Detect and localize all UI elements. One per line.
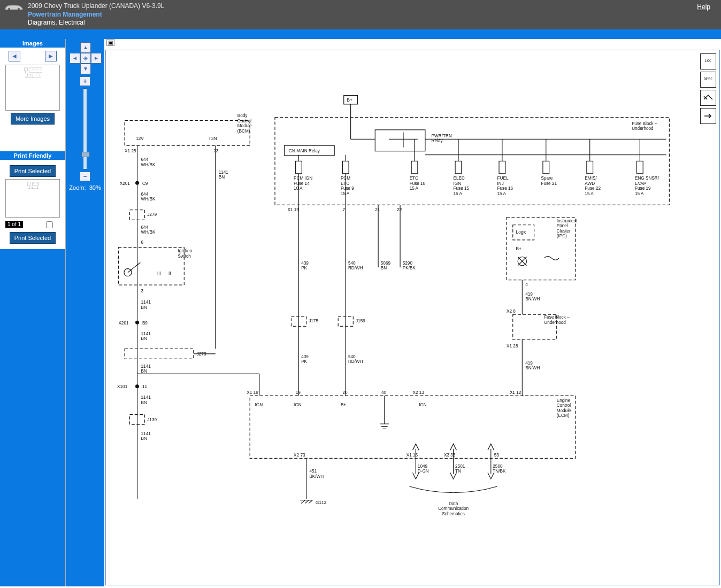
svg-text:X3  33: X3 33 <box>444 453 456 458</box>
sidebar: Images ◄ ► ┌──┐ ┌────────────┐ │ │ │ ── … <box>0 39 66 586</box>
svg-text:EngineControlModule(ECM): EngineControlModule(ECM) <box>557 398 571 418</box>
nav-diag-up-button[interactable] <box>700 90 716 106</box>
prev-image-button[interactable]: ◄ <box>9 51 20 61</box>
svg-text:6: 6 <box>141 240 144 245</box>
pan-left-button[interactable]: ◄ <box>70 53 80 64</box>
svg-text:7: 7 <box>342 207 345 212</box>
svg-text:1141BN: 1141BN <box>219 170 229 180</box>
pan-up-button[interactable]: ▲ <box>80 42 91 53</box>
svg-text:C9: C9 <box>142 181 148 186</box>
svg-rect-23 <box>411 161 418 173</box>
image-thumbnail-1[interactable]: ┌──┐ ┌────────────┐ │ │ │ ── ── ──│ └┬─┘… <box>5 65 60 111</box>
svg-text:X1  25: X1 25 <box>125 149 136 153</box>
pan-right-button[interactable]: ► <box>91 53 102 64</box>
pager-label: 1 of 1 <box>5 221 23 228</box>
svg-text:X201: X201 <box>118 321 129 326</box>
sidebar-flex-spacer <box>0 249 65 586</box>
vehicle-title: 2009 Chevy Truck Uplander (CANADA) V6-3.… <box>28 2 164 11</box>
svg-text:PCMETCFuse 915 A: PCMETCFuse 915 A <box>341 176 354 196</box>
print-thumbnail[interactable]: ┌──┐ ┌──────┐ │ │ │── ──│ └┬─┘ └─┬──┬─┘ … <box>5 179 60 218</box>
print-selected-button-bottom[interactable]: Print Selected <box>10 232 56 244</box>
svg-text:644WH/BK: 644WH/BK <box>141 157 156 167</box>
svg-text:5069BN: 5069BN <box>381 260 391 270</box>
svg-text:DataCommunicationSchematics: DataCommunicationSchematics <box>438 501 469 516</box>
svg-text:X101: X101 <box>117 384 128 389</box>
svg-text:B9: B9 <box>142 321 148 326</box>
svg-text:X1  12: X1 12 <box>510 390 521 395</box>
svg-text:1049D-GN: 1049D-GN <box>418 464 429 474</box>
svg-text:540RD/WH: 540RD/WH <box>348 354 363 364</box>
svg-text:1141BN: 1141BN <box>141 300 151 310</box>
svg-rect-5 <box>275 117 669 205</box>
subsection-title: Diagrams, Electrical <box>28 19 164 27</box>
svg-text:J175: J175 <box>309 319 318 323</box>
svg-rect-7 <box>375 130 425 151</box>
svg-text:G113: G113 <box>316 500 326 505</box>
svg-text:22: 22 <box>397 207 402 212</box>
svg-text:419BN/WH: 419BN/WH <box>525 292 540 301</box>
svg-text:419BN/WH: 419BN/WH <box>525 361 540 370</box>
print-select-checkbox[interactable] <box>46 221 53 228</box>
svg-point-0 <box>8 8 10 10</box>
pan-center-button[interactable]: ◈ <box>80 53 91 64</box>
tool-icon[interactable]: ▣ <box>106 39 114 46</box>
svg-text:SpareFuse 21: SpareFuse 21 <box>541 176 557 185</box>
svg-text:12V: 12V <box>136 136 144 141</box>
svg-text:X1  28: X1 28 <box>507 344 518 349</box>
svg-text:Logic: Logic <box>516 230 527 235</box>
svg-text:40: 40 <box>381 390 387 395</box>
svg-text:EMIS/AWDFuse 2215 A: EMIS/AWDFuse 2215 A <box>585 176 601 196</box>
desc-button[interactable]: DESC <box>700 72 716 88</box>
svg-text:IGN: IGN <box>255 403 263 407</box>
zoom-in-button[interactable]: + <box>80 76 90 86</box>
svg-text:3: 3 <box>141 289 144 293</box>
svg-point-79 <box>135 384 139 388</box>
svg-text:X2  13: X2 13 <box>413 390 425 395</box>
svg-text:644WH/BK: 644WH/BK <box>141 225 156 235</box>
svg-text:23: 23 <box>213 149 219 153</box>
svg-text:1141BN: 1141BN <box>141 431 151 441</box>
svg-text:B+: B+ <box>341 403 346 407</box>
svg-text:4: 4 <box>525 282 528 287</box>
nav-diag-right-button[interactable] <box>700 108 716 124</box>
next-image-button[interactable]: ► <box>45 51 57 61</box>
svg-text:439PK: 439PK <box>301 354 309 364</box>
zoom-slider[interactable] <box>83 88 87 169</box>
zoom-value: 30% <box>89 184 101 191</box>
svg-text:53: 53 <box>494 453 500 458</box>
svg-text:1141BN: 1141BN <box>141 363 151 373</box>
svg-text:Fuse Block –Underhood: Fuse Block –Underhood <box>544 315 570 324</box>
svg-text:IGN: IGN <box>209 136 217 141</box>
svg-text:X2  8: X2 8 <box>507 308 516 313</box>
svg-text:B+: B+ <box>347 98 352 103</box>
header-bar: 2009 Chevy Truck Uplander (CANADA) V6-3.… <box>0 0 721 29</box>
svg-point-1 <box>18 8 20 10</box>
help-link[interactable]: Help <box>697 3 710 11</box>
loc-button[interactable]: LOC <box>700 53 716 69</box>
svg-text:J279: J279 <box>147 212 157 217</box>
zoom-out-button[interactable]: − <box>80 172 90 181</box>
svg-text:20: 20 <box>342 390 348 395</box>
svg-text:5290PK/BK: 5290PK/BK <box>403 260 416 270</box>
section-title[interactable]: Powertrain Management <box>28 11 164 19</box>
svg-rect-29 <box>499 161 505 173</box>
svg-rect-75 <box>125 349 194 359</box>
svg-point-55 <box>135 181 139 185</box>
svg-text:PCM IGNFuse 1410 A: PCM IGNFuse 1410 A <box>294 176 312 191</box>
pan-down-button[interactable]: ▼ <box>80 64 91 74</box>
svg-text:451BK/WH: 451BK/WH <box>309 469 324 478</box>
svg-text:FUELINJFuse 1615 A: FUELINJFuse 1615 A <box>497 176 513 196</box>
svg-text:IGN MAIN Relay: IGN MAIN Relay <box>287 149 320 153</box>
svg-text:J139: J139 <box>147 417 157 422</box>
svg-text:2501TN: 2501TN <box>455 464 465 474</box>
top-blue-bar <box>0 29 721 39</box>
svg-rect-38 <box>637 161 643 173</box>
svg-text:J159: J159 <box>356 319 365 323</box>
svg-text:IgnitionSwitch: IgnitionSwitch <box>178 249 193 258</box>
svg-text:InstrumentPanelCluster(IPC): InstrumentPanelCluster(IPC) <box>557 219 578 238</box>
diagram-frame[interactable]: LOC DESC B+ Fuse Block –Underhood PWR/TR… <box>105 50 720 585</box>
print-selected-button-top[interactable]: Print Selected <box>10 165 56 177</box>
more-images-button[interactable]: More Images <box>11 113 55 125</box>
svg-text:BodyControlModule(BCM): BodyControlModule(BCM) <box>237 113 252 133</box>
svg-text:III: III <box>157 271 161 276</box>
